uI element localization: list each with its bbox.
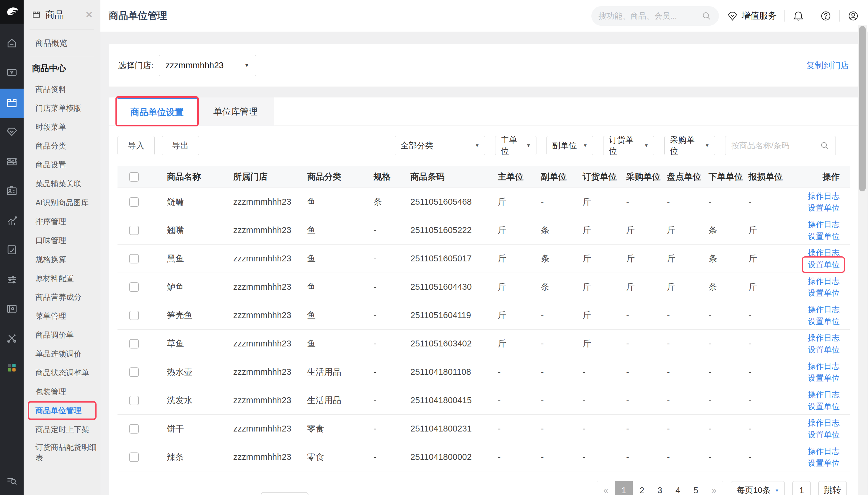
sidebar-item[interactable]: 商品调价单: [23, 325, 100, 344]
sidebar-item[interactable]: 商品状态调整单: [23, 363, 100, 382]
rail-safe-icon[interactable]: [0, 294, 23, 324]
sidebar-item[interactable]: 时段菜单: [23, 118, 100, 136]
sub-unit-filter-select[interactable]: 副单位▼: [546, 136, 593, 155]
operation-log-link[interactable]: 操作日志: [808, 304, 840, 315]
rail-search-list-icon[interactable]: [0, 466, 23, 495]
operation-log-link[interactable]: 操作日志: [808, 446, 840, 457]
operation-log-link[interactable]: 操作日志: [808, 389, 840, 400]
store-select[interactable]: zzzmmmhhh23 ▼: [159, 55, 256, 76]
export-button[interactable]: 导出: [162, 136, 199, 155]
main-unit-filter-select[interactable]: 主单位▼: [495, 136, 536, 155]
page-button-2[interactable]: 2: [633, 481, 651, 495]
sidebar-item[interactable]: 商品定时上下架: [23, 420, 100, 439]
global-search-input[interactable]: 搜功能、商品、会员...: [591, 6, 719, 26]
set-unit-link[interactable]: 设置单位: [808, 401, 840, 412]
sidebar-item[interactable]: 包装管理: [23, 382, 100, 401]
sidebar-item[interactable]: 原材料配置: [23, 269, 100, 288]
set-unit-link[interactable]: 设置单位: [808, 316, 840, 327]
order-unit-filter-select[interactable]: 订货单位▼: [603, 136, 654, 155]
sidebar-item-overview[interactable]: 商品概览: [23, 30, 100, 57]
tab-unit-library[interactable]: 单位库管理: [197, 98, 274, 126]
tab-product-unit-settings[interactable]: 商品单位设置: [118, 98, 197, 126]
sidebar-item[interactable]: 商品资料: [23, 80, 100, 99]
rail-sliders-icon[interactable]: [0, 265, 23, 294]
set-unit-link-annotated[interactable]: 设置单位: [808, 259, 840, 270]
rail-ticket-percent-icon[interactable]: [0, 147, 23, 176]
sidebar-item[interactable]: 排序管理: [23, 212, 100, 231]
row-checkbox[interactable]: [129, 368, 139, 377]
operation-log-link[interactable]: 操作日志: [808, 248, 840, 258]
notifications-bell-icon[interactable]: [793, 10, 804, 22]
rail-package-icon[interactable]: [0, 89, 23, 118]
rail-home-icon[interactable]: [0, 28, 23, 58]
operation-log-link[interactable]: 操作日志: [808, 219, 840, 230]
vas-label: 增值服务: [741, 10, 777, 22]
set-unit-link[interactable]: 设置单位: [808, 429, 840, 440]
partial-hidden-button[interactable]: [261, 492, 309, 495]
prev-page-button[interactable]: «: [597, 481, 615, 495]
category-filter-select[interactable]: 全部分类▼: [395, 136, 485, 155]
sidebar-item[interactable]: 商品分类: [23, 136, 100, 155]
operation-log-link[interactable]: 操作日志: [808, 417, 840, 428]
page-button-1[interactable]: 1: [615, 481, 633, 495]
rail-tools-icon[interactable]: [0, 323, 23, 353]
set-unit-link[interactable]: 设置单位: [808, 231, 840, 242]
help-icon[interactable]: [820, 10, 832, 22]
operation-log-link[interactable]: 操作日志: [808, 191, 840, 201]
set-unit-link[interactable]: 设置单位: [808, 288, 840, 298]
sidebar-item[interactable]: 口味管理: [23, 231, 100, 250]
sidebar-item[interactable]: 菜品辅菜关联: [23, 174, 100, 193]
page-button-4[interactable]: 4: [669, 481, 687, 495]
next-page-button[interactable]: »: [705, 481, 723, 495]
row-checkbox[interactable]: [129, 254, 139, 263]
sidebar-item[interactable]: 订货商品配货明细表: [23, 439, 100, 467]
sidebar-item[interactable]: AI识别商品图库: [23, 193, 100, 212]
select-all-checkbox[interactable]: [129, 172, 139, 182]
per-page-select[interactable]: 每页10条 ▼: [731, 481, 785, 495]
jump-page-input[interactable]: 1: [793, 481, 811, 495]
sidebar-item[interactable]: 商品设置: [23, 155, 100, 174]
close-icon[interactable]: ✕: [85, 9, 93, 20]
purchase-unit-filter-select[interactable]: 采购单位▼: [664, 136, 715, 155]
row-checkbox[interactable]: [129, 453, 139, 462]
operation-log-link[interactable]: 操作日志: [808, 332, 840, 343]
sidebar-item[interactable]: 单品连锁调价: [23, 344, 100, 363]
sidebar-item[interactable]: 门店菜单模版: [23, 99, 100, 118]
cell-main-unit: 斤: [498, 253, 541, 264]
rail-trend-board-icon[interactable]: [0, 235, 23, 264]
sidebar-item[interactable]: 菜单管理: [23, 307, 100, 325]
jump-button[interactable]: 跳转: [818, 481, 847, 495]
row-checkbox[interactable]: [129, 396, 139, 405]
caret-down-icon: ▼: [526, 143, 531, 148]
row-checkbox[interactable]: [129, 424, 139, 433]
set-unit-link[interactable]: 设置单位: [808, 373, 840, 383]
sidebar-item[interactable]: 商品营养成分: [23, 288, 100, 307]
operation-log-link[interactable]: 操作日志: [808, 276, 840, 287]
rail-gem-icon[interactable]: [0, 117, 23, 147]
set-unit-link[interactable]: 设置单位: [808, 458, 840, 468]
operation-log-link[interactable]: 操作日志: [808, 361, 840, 372]
row-checkbox[interactable]: [129, 226, 139, 235]
row-checkbox[interactable]: [129, 311, 139, 320]
set-unit-link[interactable]: 设置单位: [808, 203, 840, 213]
rail-color-grid-icon[interactable]: [0, 353, 23, 382]
cell-placeorder-unit: 条: [709, 281, 748, 293]
app-logo[interactable]: [0, 0, 23, 23]
sidebar-item-product-unit-management[interactable]: 商品单位管理: [23, 401, 100, 420]
copy-to-store-link[interactable]: 复制到门店: [806, 59, 849, 71]
scrollbar-thumb[interactable]: [859, 26, 866, 191]
page-button-3[interactable]: 3: [651, 481, 669, 495]
user-avatar-icon[interactable]: [847, 10, 859, 22]
row-checkbox[interactable]: [129, 197, 139, 207]
product-search-input[interactable]: 按商品名称/条码: [725, 136, 836, 155]
page-button-5[interactable]: 5: [687, 481, 705, 495]
set-unit-link[interactable]: 设置单位: [808, 344, 840, 355]
row-checkbox[interactable]: [129, 339, 139, 348]
rail-id-card-icon[interactable]: [0, 176, 23, 206]
rail-banknote-icon[interactable]: [0, 57, 23, 87]
sidebar-item[interactable]: 规格换算: [23, 250, 100, 269]
rail-chart-icon[interactable]: [0, 206, 23, 236]
value-added-services[interactable]: 增值服务: [727, 10, 777, 22]
import-button[interactable]: 导入: [118, 136, 155, 155]
row-checkbox[interactable]: [129, 283, 139, 292]
